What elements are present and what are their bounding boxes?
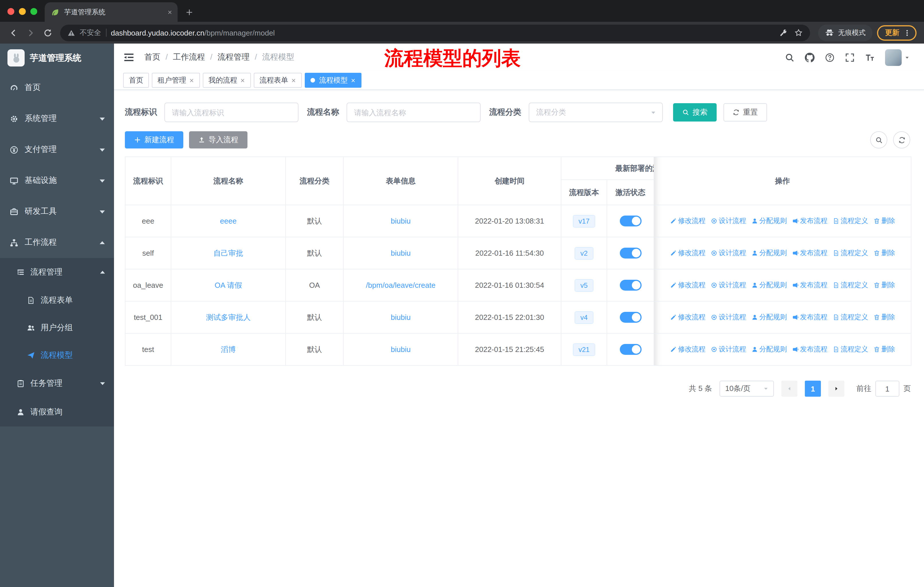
delete-button[interactable]: 删除 bbox=[873, 344, 895, 354]
process-name-input[interactable] bbox=[346, 103, 481, 122]
design-process-button[interactable]: 设计流程 bbox=[711, 313, 746, 322]
assign-rule-button[interactable]: 分配规则 bbox=[751, 216, 787, 226]
modify-process-button[interactable]: 修改流程 bbox=[670, 344, 705, 354]
publish-process-button[interactable]: 发布流程 bbox=[792, 216, 827, 226]
modify-process-button[interactable]: 修改流程 bbox=[670, 248, 705, 258]
active-toggle[interactable] bbox=[620, 312, 641, 323]
delete-button[interactable]: 删除 bbox=[873, 216, 895, 226]
process-id-input[interactable] bbox=[164, 103, 299, 122]
tab-close-icon[interactable] bbox=[167, 10, 172, 15]
sidebar-item-user-group[interactable]: 用户分组 bbox=[0, 314, 114, 342]
active-toggle[interactable] bbox=[620, 280, 641, 291]
close-icon[interactable] bbox=[291, 78, 296, 83]
assign-rule-button[interactable]: 分配规则 bbox=[751, 280, 787, 290]
refresh-table-button[interactable] bbox=[893, 131, 910, 149]
sidebar-item-process-mgmt[interactable]: 流程管理 bbox=[0, 258, 114, 287]
avatar[interactable] bbox=[885, 49, 902, 66]
github-icon[interactable] bbox=[805, 53, 815, 62]
reload-button[interactable] bbox=[40, 28, 56, 37]
design-process-button[interactable]: 设计流程 bbox=[711, 216, 746, 226]
create-process-button[interactable]: 新建流程 bbox=[125, 131, 183, 149]
form-info-link[interactable]: biubiu bbox=[391, 217, 411, 225]
sidebar-item-process-form[interactable]: 流程表单 bbox=[0, 287, 114, 314]
process-name-link[interactable]: eeee bbox=[220, 217, 237, 225]
sidebar-item-leave-query[interactable]: 请假查询 bbox=[0, 398, 114, 427]
active-toggle[interactable] bbox=[620, 344, 641, 355]
breadcrumb-item-home[interactable]: 首页 bbox=[144, 52, 160, 63]
form-info-link[interactable]: /bpm/oa/leave/create bbox=[366, 281, 436, 289]
password-key-icon[interactable] bbox=[780, 29, 788, 37]
sidebar-item-system-mgmt[interactable]: 系统管理 bbox=[0, 103, 114, 134]
browser-tab[interactable]: 芋道管理系统 bbox=[45, 2, 178, 22]
more-menu-icon[interactable] bbox=[903, 29, 911, 36]
process-definition-button[interactable]: 流程定义 bbox=[833, 344, 868, 354]
update-browser-button[interactable]: 更新 bbox=[877, 25, 917, 40]
sidebar-item-home[interactable]: 首页 bbox=[0, 72, 114, 103]
address-bar[interactable]: 不安全 dashboard.yudao.iocoder.cn/bpm/manag… bbox=[60, 24, 810, 41]
assign-rule-button[interactable]: 分配规则 bbox=[751, 313, 787, 322]
design-process-button[interactable]: 设计流程 bbox=[711, 344, 746, 354]
forward-button[interactable] bbox=[22, 28, 38, 37]
assign-rule-button[interactable]: 分配规则 bbox=[751, 344, 787, 354]
help-icon[interactable] bbox=[825, 53, 835, 62]
process-definition-button[interactable]: 流程定义 bbox=[833, 280, 868, 290]
close-icon[interactable] bbox=[351, 78, 356, 83]
prev-page-button[interactable] bbox=[781, 380, 797, 397]
publish-process-button[interactable]: 发布流程 bbox=[792, 248, 827, 258]
tag-my-process[interactable]: 我的流程 bbox=[203, 73, 251, 88]
font-size-icon[interactable] bbox=[865, 53, 875, 62]
sidebar-item-workflow[interactable]: 工作流程 bbox=[0, 227, 114, 258]
toggle-search-button[interactable] bbox=[870, 131, 887, 149]
publish-process-button[interactable]: 发布流程 bbox=[792, 280, 827, 290]
active-toggle[interactable] bbox=[620, 215, 641, 227]
tag-process-model[interactable]: 流程模型 bbox=[305, 73, 361, 88]
process-definition-button[interactable]: 流程定义 bbox=[833, 313, 868, 322]
sidebar-item-infrastructure[interactable]: 基础设施 bbox=[0, 165, 114, 196]
import-process-button[interactable]: 导入流程 bbox=[189, 131, 248, 149]
process-name-link[interactable]: 测试多审批人 bbox=[206, 313, 251, 321]
reset-button[interactable]: 重置 bbox=[723, 103, 767, 122]
form-info-link[interactable]: biubiu bbox=[391, 313, 411, 322]
design-process-button[interactable]: 设计流程 bbox=[711, 248, 746, 258]
user-menu[interactable] bbox=[885, 49, 910, 66]
modify-process-button[interactable]: 修改流程 bbox=[670, 216, 705, 226]
sidebar-item-process-model[interactable]: 流程模型 bbox=[0, 342, 114, 369]
close-window-button[interactable] bbox=[7, 8, 14, 15]
tag-home[interactable]: 首页 bbox=[123, 73, 149, 88]
process-name-link[interactable]: OA 请假 bbox=[214, 281, 242, 289]
header-search-icon[interactable] bbox=[785, 53, 795, 62]
modify-process-button[interactable]: 修改流程 bbox=[670, 280, 705, 290]
delete-button[interactable]: 删除 bbox=[873, 248, 895, 258]
fullscreen-icon[interactable] bbox=[845, 53, 855, 62]
process-name-link[interactable]: 滔博 bbox=[221, 345, 236, 354]
sidebar-item-devtools[interactable]: 研发工具 bbox=[0, 196, 114, 227]
search-button[interactable]: 搜索 bbox=[673, 103, 717, 122]
process-definition-button[interactable]: 流程定义 bbox=[833, 248, 868, 258]
form-info-link[interactable]: biubiu bbox=[391, 249, 411, 257]
breadcrumb-item-process-mgmt[interactable]: 流程管理 bbox=[205, 52, 250, 63]
process-name-link[interactable]: 自己审批 bbox=[213, 248, 243, 257]
sidebar-item-payment-mgmt[interactable]: 支付管理 bbox=[0, 134, 114, 165]
page-size-select[interactable]: 10条/页 bbox=[719, 380, 774, 397]
active-toggle[interactable] bbox=[620, 248, 641, 258]
sidebar-item-task-mgmt[interactable]: 任务管理 bbox=[0, 369, 114, 398]
new-tab-button[interactable] bbox=[186, 8, 193, 16]
process-definition-button[interactable]: 流程定义 bbox=[833, 216, 868, 226]
publish-process-button[interactable]: 发布流程 bbox=[792, 344, 827, 354]
back-button[interactable] bbox=[5, 28, 21, 37]
next-page-button[interactable] bbox=[828, 380, 844, 397]
modify-process-button[interactable]: 修改流程 bbox=[670, 313, 705, 322]
sidebar-toggle-button[interactable] bbox=[123, 51, 135, 63]
delete-button[interactable]: 删除 bbox=[873, 313, 895, 322]
assign-rule-button[interactable]: 分配规则 bbox=[751, 248, 787, 258]
design-process-button[interactable]: 设计流程 bbox=[711, 280, 746, 290]
category-select[interactable]: 流程分类 bbox=[529, 103, 663, 122]
goto-page-input[interactable] bbox=[875, 380, 899, 397]
delete-button[interactable]: 删除 bbox=[873, 280, 895, 290]
close-icon[interactable] bbox=[189, 78, 194, 83]
tag-process-form[interactable]: 流程表单 bbox=[254, 73, 302, 88]
bookmark-star-icon[interactable] bbox=[795, 29, 803, 37]
page-number-button[interactable]: 1 bbox=[805, 380, 821, 397]
close-icon[interactable] bbox=[240, 78, 245, 83]
app-logo[interactable]: 芋道管理系统 bbox=[0, 43, 114, 72]
